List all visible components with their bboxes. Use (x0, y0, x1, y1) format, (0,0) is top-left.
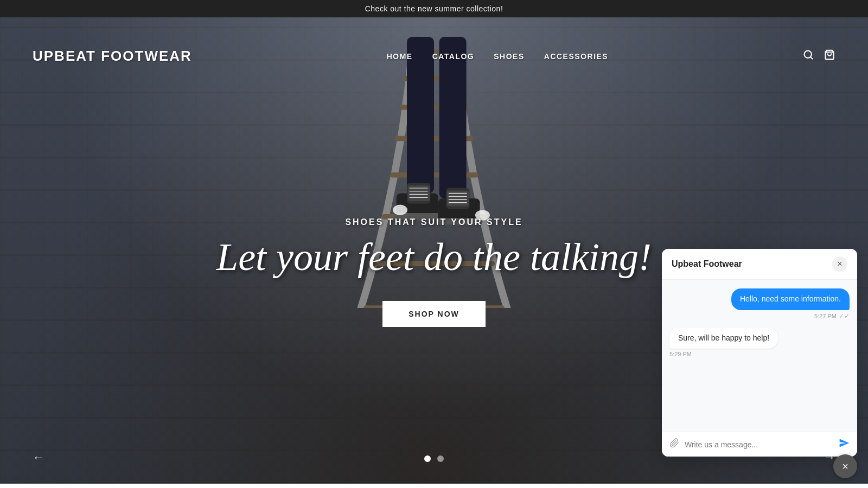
hero-subtitle: SHOES THAT SUIT YOUR STYLE (216, 217, 652, 227)
read-checkmark: ✓✓ (839, 312, 850, 320)
carousel-dots (424, 455, 444, 462)
svg-line-30 (810, 57, 813, 59)
chat-bubble-sent: Hello, need some information. (731, 288, 850, 310)
chat-attach-button[interactable] (669, 438, 679, 451)
chat-input-area (662, 432, 857, 457)
chat-bubble-received: Sure, will be happy to help! (669, 328, 778, 349)
nav-catalog[interactable]: CATALOG (432, 52, 475, 61)
chat-message-input[interactable] (685, 440, 833, 449)
chat-close-button[interactable]: × (832, 256, 847, 272)
header-icons (803, 49, 835, 63)
floating-close-button[interactable]: × (833, 454, 857, 478)
chat-time-received: 5:29 PM (669, 351, 692, 357)
chat-message-received: Sure, will be happy to help! 5:29 PM (669, 328, 850, 358)
header: UPBEAT FOOTWEAR HOME CATALOG SHOES ACCES… (0, 37, 868, 75)
announcement-text: Check out the new summer collection! (365, 4, 503, 13)
announcement-bar: Check out the new summer collection! (0, 0, 868, 17)
chat-send-button[interactable] (839, 438, 850, 451)
carousel-prev-arrow[interactable]: ← (33, 451, 44, 465)
chat-time-sent: 5:27 PM ✓✓ (814, 312, 850, 320)
search-icon[interactable] (803, 49, 814, 63)
chat-title: Upbeat Footwear (672, 259, 742, 269)
carousel-dot-1[interactable] (424, 455, 431, 462)
hero-content: SHOES THAT SUIT YOUR STYLE Let your feet… (216, 217, 652, 326)
shop-now-button[interactable]: SHOP NOW (382, 301, 486, 327)
nav-shoes[interactable]: SHOES (494, 52, 525, 61)
carousel-dot-2[interactable] (437, 455, 444, 462)
chat-header: Upbeat Footwear × (662, 249, 857, 280)
floating-close-icon: × (842, 460, 848, 473)
chat-message-sent: Hello, need some information. 5:27 PM ✓✓ (669, 288, 850, 320)
chat-messages-area: Hello, need some information. 5:27 PM ✓✓… (662, 280, 857, 432)
svg-point-19 (393, 205, 407, 215)
cart-icon[interactable] (824, 49, 835, 63)
nav-home[interactable]: HOME (387, 52, 413, 61)
nav-accessories[interactable]: ACCESSORIES (544, 52, 608, 61)
main-nav: HOME CATALOG SHOES ACCESSORIES (387, 52, 609, 61)
chat-widget: Upbeat Footwear × Hello, need some infor… (662, 249, 857, 457)
hero-title: Let your feet do the talking! (216, 236, 652, 279)
site-logo[interactable]: UPBEAT FOOTWEAR (33, 48, 192, 65)
hero-section: UPBEAT FOOTWEAR HOME CATALOG SHOES ACCES… (0, 17, 868, 484)
